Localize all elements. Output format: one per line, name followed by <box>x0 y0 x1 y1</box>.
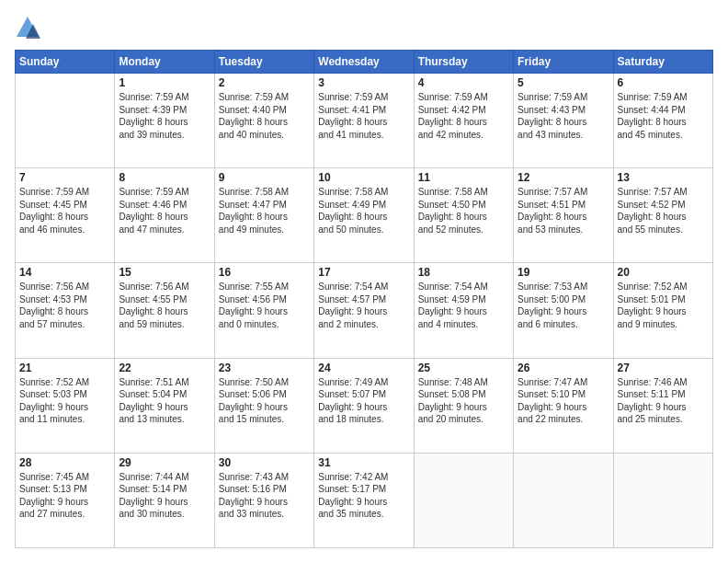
day-number: 1 <box>119 76 210 89</box>
day-info: Sunrise: 7:44 AM Sunset: 5:14 PM Dayligh… <box>119 471 210 521</box>
calendar-cell <box>16 74 115 168</box>
day-info: Sunrise: 7:55 AM Sunset: 4:56 PM Dayligh… <box>219 281 310 330</box>
day-number: 4 <box>418 76 509 89</box>
day-info: Sunrise: 7:59 AM Sunset: 4:41 PM Dayligh… <box>318 91 409 141</box>
calendar-cell: 6Sunrise: 7:59 AM Sunset: 4:44 PM Daylig… <box>613 74 712 168</box>
weekday-header-sunday: Sunday <box>16 51 115 74</box>
day-number: 9 <box>219 171 310 184</box>
day-info: Sunrise: 7:54 AM Sunset: 4:57 PM Dayligh… <box>318 281 409 330</box>
calendar-cell: 26Sunrise: 7:47 AM Sunset: 5:10 PM Dayli… <box>514 358 613 453</box>
day-number: 11 <box>418 171 509 184</box>
calendar-cell: 8Sunrise: 7:59 AM Sunset: 4:46 PM Daylig… <box>115 168 214 263</box>
calendar-table: SundayMondayTuesdayWednesdayThursdayFrid… <box>15 50 713 548</box>
week-row-1: 1Sunrise: 7:59 AM Sunset: 4:39 PM Daylig… <box>16 74 713 168</box>
calendar-cell: 3Sunrise: 7:59 AM Sunset: 4:41 PM Daylig… <box>314 74 414 168</box>
day-number: 10 <box>318 171 409 184</box>
day-number: 17 <box>318 266 409 279</box>
day-info: Sunrise: 7:59 AM Sunset: 4:43 PM Dayligh… <box>518 91 609 141</box>
logo <box>15 15 44 40</box>
weekday-header-tuesday: Tuesday <box>214 51 313 74</box>
weekday-header-saturday: Saturday <box>613 51 712 74</box>
calendar-cell: 25Sunrise: 7:48 AM Sunset: 5:08 PM Dayli… <box>414 358 513 453</box>
day-info: Sunrise: 7:59 AM Sunset: 4:40 PM Dayligh… <box>219 91 310 141</box>
calendar-cell: 1Sunrise: 7:59 AM Sunset: 4:39 PM Daylig… <box>115 74 214 168</box>
day-info: Sunrise: 7:46 AM Sunset: 5:11 PM Dayligh… <box>618 376 709 426</box>
day-info: Sunrise: 7:48 AM Sunset: 5:08 PM Dayligh… <box>418 376 509 426</box>
day-number: 20 <box>618 266 709 279</box>
day-number: 3 <box>318 76 409 89</box>
calendar-cell <box>414 453 513 547</box>
day-number: 29 <box>119 456 210 469</box>
day-number: 15 <box>119 266 210 279</box>
day-info: Sunrise: 7:50 AM Sunset: 5:06 PM Dayligh… <box>219 376 310 426</box>
day-info: Sunrise: 7:57 AM Sunset: 4:52 PM Dayligh… <box>618 186 709 236</box>
calendar-cell: 2Sunrise: 7:59 AM Sunset: 4:40 PM Daylig… <box>214 74 313 168</box>
header <box>15 15 713 40</box>
day-number: 26 <box>518 362 609 374</box>
calendar-cell <box>514 453 613 547</box>
day-info: Sunrise: 7:54 AM Sunset: 4:59 PM Dayligh… <box>418 281 509 330</box>
day-info: Sunrise: 7:59 AM Sunset: 4:44 PM Dayligh… <box>618 91 709 141</box>
weekday-header-monday: Monday <box>115 51 214 74</box>
page: SundayMondayTuesdayWednesdayThursdayFrid… <box>0 0 728 563</box>
day-info: Sunrise: 7:59 AM Sunset: 4:39 PM Dayligh… <box>119 91 210 141</box>
calendar-cell: 17Sunrise: 7:54 AM Sunset: 4:57 PM Dayli… <box>314 263 414 358</box>
day-info: Sunrise: 7:52 AM Sunset: 5:03 PM Dayligh… <box>19 376 110 426</box>
day-number: 18 <box>418 266 509 279</box>
week-row-4: 21Sunrise: 7:52 AM Sunset: 5:03 PM Dayli… <box>16 358 713 453</box>
logo-icon <box>15 15 40 40</box>
calendar-cell: 5Sunrise: 7:59 AM Sunset: 4:43 PM Daylig… <box>514 74 613 168</box>
day-info: Sunrise: 7:56 AM Sunset: 4:53 PM Dayligh… <box>19 281 110 330</box>
calendar-cell: 29Sunrise: 7:44 AM Sunset: 5:14 PM Dayli… <box>115 453 214 547</box>
day-number: 25 <box>418 362 509 374</box>
calendar-cell: 4Sunrise: 7:59 AM Sunset: 4:42 PM Daylig… <box>414 74 513 168</box>
calendar-cell: 21Sunrise: 7:52 AM Sunset: 5:03 PM Dayli… <box>16 358 115 453</box>
day-number: 24 <box>318 362 409 374</box>
day-number: 22 <box>119 362 210 374</box>
calendar-cell: 19Sunrise: 7:53 AM Sunset: 5:00 PM Dayli… <box>514 263 613 358</box>
calendar-cell: 22Sunrise: 7:51 AM Sunset: 5:04 PM Dayli… <box>115 358 214 453</box>
calendar-cell: 23Sunrise: 7:50 AM Sunset: 5:06 PM Dayli… <box>214 358 313 453</box>
day-info: Sunrise: 7:52 AM Sunset: 5:01 PM Dayligh… <box>618 281 709 330</box>
day-info: Sunrise: 7:53 AM Sunset: 5:00 PM Dayligh… <box>518 281 609 330</box>
day-number: 6 <box>618 76 709 89</box>
calendar-cell <box>613 453 712 547</box>
day-number: 2 <box>219 76 310 89</box>
day-number: 16 <box>219 266 310 279</box>
day-number: 7 <box>19 171 110 184</box>
day-number: 13 <box>618 171 709 184</box>
calendar-cell: 11Sunrise: 7:58 AM Sunset: 4:50 PM Dayli… <box>414 168 513 263</box>
weekday-header-thursday: Thursday <box>414 51 513 74</box>
calendar-cell: 16Sunrise: 7:55 AM Sunset: 4:56 PM Dayli… <box>214 263 313 358</box>
calendar-cell: 18Sunrise: 7:54 AM Sunset: 4:59 PM Dayli… <box>414 263 513 358</box>
day-number: 8 <box>119 171 210 184</box>
weekday-header-wednesday: Wednesday <box>314 51 414 74</box>
calendar-cell: 14Sunrise: 7:56 AM Sunset: 4:53 PM Dayli… <box>16 263 115 358</box>
day-info: Sunrise: 7:45 AM Sunset: 5:13 PM Dayligh… <box>19 471 110 521</box>
day-info: Sunrise: 7:43 AM Sunset: 5:16 PM Dayligh… <box>219 471 310 521</box>
day-info: Sunrise: 7:42 AM Sunset: 5:17 PM Dayligh… <box>318 471 409 521</box>
day-info: Sunrise: 7:56 AM Sunset: 4:55 PM Dayligh… <box>119 281 210 330</box>
weekday-header-row: SundayMondayTuesdayWednesdayThursdayFrid… <box>16 51 713 74</box>
day-info: Sunrise: 7:58 AM Sunset: 4:47 PM Dayligh… <box>219 186 310 236</box>
week-row-2: 7Sunrise: 7:59 AM Sunset: 4:45 PM Daylig… <box>16 168 713 263</box>
day-number: 31 <box>318 456 409 469</box>
day-info: Sunrise: 7:58 AM Sunset: 4:50 PM Dayligh… <box>418 186 509 236</box>
day-number: 12 <box>518 171 609 184</box>
day-info: Sunrise: 7:59 AM Sunset: 4:45 PM Dayligh… <box>19 186 110 236</box>
calendar-cell: 9Sunrise: 7:58 AM Sunset: 4:47 PM Daylig… <box>214 168 313 263</box>
calendar-cell: 30Sunrise: 7:43 AM Sunset: 5:16 PM Dayli… <box>214 453 313 547</box>
calendar-cell: 20Sunrise: 7:52 AM Sunset: 5:01 PM Dayli… <box>613 263 712 358</box>
calendar-cell: 15Sunrise: 7:56 AM Sunset: 4:55 PM Dayli… <box>115 263 214 358</box>
calendar-cell: 24Sunrise: 7:49 AM Sunset: 5:07 PM Dayli… <box>314 358 414 453</box>
day-number: 21 <box>19 362 110 374</box>
calendar-cell: 31Sunrise: 7:42 AM Sunset: 5:17 PM Dayli… <box>314 453 414 547</box>
day-number: 28 <box>19 456 110 469</box>
day-number: 30 <box>219 456 310 469</box>
calendar-cell: 7Sunrise: 7:59 AM Sunset: 4:45 PM Daylig… <box>16 168 115 263</box>
day-number: 27 <box>618 362 709 374</box>
day-info: Sunrise: 7:47 AM Sunset: 5:10 PM Dayligh… <box>518 376 609 426</box>
week-row-3: 14Sunrise: 7:56 AM Sunset: 4:53 PM Dayli… <box>16 263 713 358</box>
calendar-cell: 13Sunrise: 7:57 AM Sunset: 4:52 PM Dayli… <box>613 168 712 263</box>
day-info: Sunrise: 7:51 AM Sunset: 5:04 PM Dayligh… <box>119 376 210 426</box>
